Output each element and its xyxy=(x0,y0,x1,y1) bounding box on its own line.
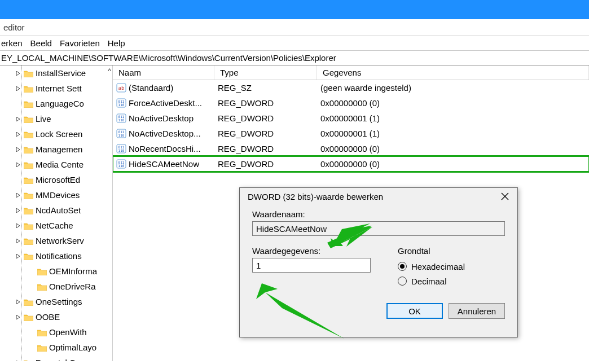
tree-item[interactable]: Media Cente xyxy=(0,157,112,172)
folder-icon xyxy=(24,313,33,321)
titlebar xyxy=(0,0,589,19)
base-label: Grondtal xyxy=(398,246,465,256)
chevron-right-icon[interactable] xyxy=(15,315,21,319)
tree-item-label: OEMInforma xyxy=(49,266,97,276)
dword-value-icon xyxy=(116,144,126,154)
tree-item-label: Media Cente xyxy=(36,160,83,169)
radio-hexadecimal[interactable]: Hexadecimaal xyxy=(398,259,465,274)
tree-item[interactable]: NetCache xyxy=(0,218,112,233)
tree-item-label: Parental Cor xyxy=(36,358,83,361)
menu-edit[interactable]: erken xyxy=(1,38,23,48)
folder-icon xyxy=(24,207,33,214)
folder-icon xyxy=(24,237,33,245)
folder-icon xyxy=(37,283,47,291)
value-data: (geen waarde ingesteld) xyxy=(317,82,589,94)
value-data-label: Waardegegevens: xyxy=(252,246,371,256)
chevron-right-icon[interactable] xyxy=(15,86,21,91)
menu-help[interactable]: Help xyxy=(108,38,125,48)
list-row[interactable]: NoRecentDocsHi...REG_DWORD0x00000000 (0) xyxy=(113,141,589,156)
chevron-right-icon[interactable] xyxy=(15,117,21,121)
list-row[interactable]: (Standaard)REG_SZ(geen waarde ingesteld) xyxy=(113,80,589,95)
folder-icon xyxy=(24,222,33,230)
value-type: REG_DWORD xyxy=(214,143,317,155)
tree-item-label: Managemen xyxy=(36,144,82,154)
close-button[interactable] xyxy=(497,190,513,203)
col-name[interactable]: Naam xyxy=(113,65,214,80)
menu-view[interactable]: Beeld xyxy=(30,38,52,48)
tree-item-label: NcdAutoSet xyxy=(36,205,81,215)
value-name: ForceActiveDeskt... xyxy=(129,98,202,108)
radio-decimal[interactable]: Decimaal xyxy=(398,274,465,288)
tree-item[interactable]: Lock Screen xyxy=(0,126,112,142)
tree-item[interactable]: MicrosoftEd xyxy=(0,172,112,187)
value-data-input[interactable] xyxy=(252,258,371,273)
chevron-right-icon[interactable] xyxy=(15,208,21,213)
value-name: HideSCAMeetNow xyxy=(129,159,199,169)
tree-item[interactable]: Notifications xyxy=(0,248,112,264)
folder-icon xyxy=(24,100,33,108)
tree-item[interactable]: OneDriveRa xyxy=(0,279,112,294)
list-row[interactable]: HideSCAMeetNowREG_DWORD0x00000000 (0) xyxy=(113,156,589,172)
window-title: editor xyxy=(3,23,25,32)
dword-value-icon xyxy=(116,98,126,108)
value-name-label: Waardenaam: xyxy=(252,209,505,219)
tree-item-label: OneDriveRa xyxy=(49,282,96,291)
value-type: REG_DWORD xyxy=(214,158,317,170)
value-data: 0x00000000 (0) xyxy=(317,97,589,109)
chevron-right-icon[interactable] xyxy=(15,163,21,167)
col-type[interactable]: Type xyxy=(214,65,317,80)
list-row[interactable]: NoActiveDesktopREG_DWORD0x00000001 (1) xyxy=(113,111,589,126)
value-data: 0x00000001 (1) xyxy=(317,112,589,124)
tree-item[interactable]: LanguageCo xyxy=(0,96,112,111)
folder-icon xyxy=(24,69,33,77)
list-header: Naam Type Gegevens xyxy=(113,65,589,80)
tree-item[interactable]: NetworkServ xyxy=(0,233,112,248)
tree-item[interactable]: InstallService^ xyxy=(0,65,112,81)
chevron-right-icon[interactable] xyxy=(15,223,21,228)
value-data: 0x00000001 (1) xyxy=(317,128,589,139)
tree-item[interactable]: Live xyxy=(0,111,112,126)
tree-item[interactable]: OEMInforma xyxy=(0,264,112,279)
value-name: NoRecentDocsHi... xyxy=(129,144,201,154)
value-name: NoActiveDesktop xyxy=(129,113,194,123)
chevron-right-icon[interactable] xyxy=(15,239,21,243)
tree-item[interactable]: OptimalLayo xyxy=(0,340,112,355)
ok-button[interactable]: OK xyxy=(386,303,443,319)
folder-icon xyxy=(24,191,33,199)
tree-item[interactable]: MMDevices xyxy=(0,187,112,203)
tree-panel[interactable]: InstallService^Internet SettLanguageCoLi… xyxy=(0,65,113,361)
tree-item[interactable]: Managemen xyxy=(0,142,112,157)
value-data: 0x00000000 (0) xyxy=(317,143,589,155)
tree-item[interactable]: OneSettings xyxy=(0,294,112,309)
chevron-right-icon[interactable] xyxy=(15,300,21,304)
chevron-right-icon[interactable] xyxy=(15,193,21,198)
chevron-right-icon[interactable] xyxy=(15,254,21,258)
folder-icon xyxy=(37,267,47,275)
tree-item-label: NetworkServ xyxy=(36,236,84,245)
tree-item[interactable]: OOBE xyxy=(0,309,112,324)
tree-item-label: Lock Screen xyxy=(36,129,82,139)
chevron-right-icon[interactable] xyxy=(15,132,21,137)
tree-item[interactable]: Internet Sett xyxy=(0,81,112,96)
chevron-right-icon[interactable] xyxy=(15,361,21,362)
chevron-right-icon[interactable] xyxy=(15,147,21,152)
folder-icon xyxy=(24,252,33,260)
value-data: 0x00000000 (0) xyxy=(317,158,589,170)
value-name-input[interactable] xyxy=(252,221,505,236)
cancel-button[interactable]: Annuleren xyxy=(449,303,505,319)
col-data[interactable]: Gegevens xyxy=(317,65,589,80)
chevron-right-icon[interactable] xyxy=(15,71,21,76)
folder-icon xyxy=(24,298,33,306)
radio-icon xyxy=(398,262,407,271)
address-input[interactable] xyxy=(1,53,589,63)
menu-favorites[interactable]: Favorieten xyxy=(60,38,100,48)
dword-value-icon xyxy=(116,159,126,169)
tree-item[interactable]: NcdAutoSet xyxy=(0,203,112,218)
list-row[interactable]: ForceActiveDeskt...REG_DWORD0x00000000 (… xyxy=(113,95,589,111)
tree-item[interactable]: OpenWith xyxy=(0,324,112,340)
edit-dword-dialog: DWORD (32 bits)-waarde bewerken Waardena… xyxy=(239,187,518,337)
folder-icon xyxy=(24,85,33,93)
tree-item-label: Notifications xyxy=(36,251,82,261)
list-row[interactable]: NoActiveDesktop...REG_DWORD0x00000001 (1… xyxy=(113,126,589,141)
tree-item[interactable]: Parental Cor xyxy=(0,355,112,361)
